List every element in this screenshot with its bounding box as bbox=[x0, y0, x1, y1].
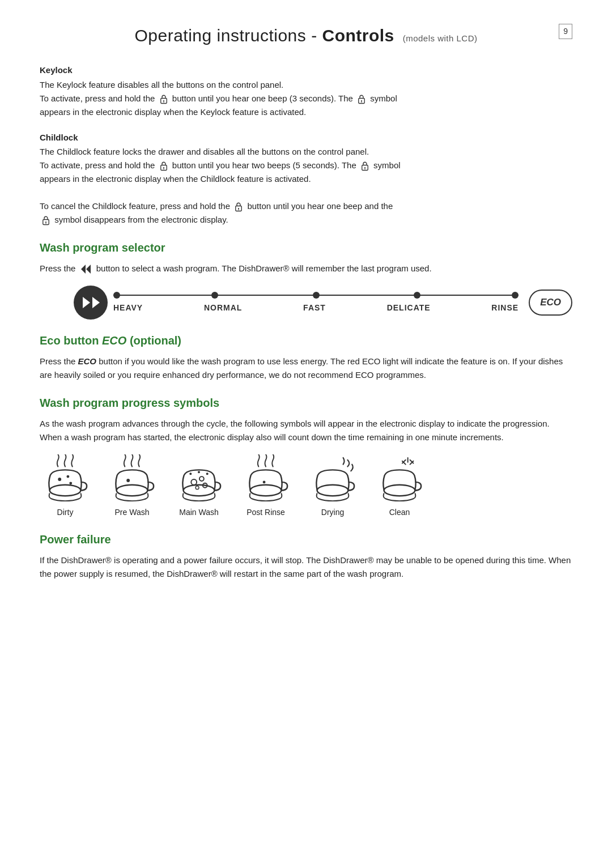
dirty-icon bbox=[40, 454, 90, 504]
svg-point-25 bbox=[126, 479, 130, 482]
clean-icon bbox=[375, 454, 424, 504]
power-failure-body: If the DishDrawer® is operating and a po… bbox=[40, 554, 572, 581]
symbol-dirty: Dirty bbox=[40, 454, 91, 518]
svg-marker-19 bbox=[86, 265, 91, 274]
symbol-mainwash: Main Wash bbox=[173, 454, 224, 518]
page-header: Operating instructions - Controls (model… bbox=[40, 23, 572, 48]
symbol-postrinse: Post Rinse bbox=[240, 454, 291, 518]
childlock-body: The Childlock feature locks the drawer a… bbox=[40, 145, 572, 227]
symbol-drying: Drying bbox=[307, 454, 358, 518]
page-title: Operating instructions - Controls (model… bbox=[134, 23, 477, 48]
symbol-label-postrinse: Post Rinse bbox=[246, 507, 285, 518]
childlock-section: Childlock The Childlock feature locks th… bbox=[40, 131, 572, 227]
wash-program-selector-body: Press the button to select a wash progra… bbox=[40, 262, 572, 275]
keylock-section: Keylock The Keylock feature disables all… bbox=[40, 64, 572, 119]
svg-point-22 bbox=[66, 475, 69, 478]
eco-button-body: Press the ECO button if you would like t… bbox=[40, 355, 572, 382]
lock-icon-3 bbox=[159, 161, 169, 171]
keylock-heading: Keylock bbox=[40, 64, 572, 77]
wash-program-selector-heading: Wash program selector bbox=[40, 239, 572, 256]
eco-button-heading: Eco button ECO (optional) bbox=[40, 332, 572, 349]
eco-inline-label: ECO bbox=[102, 334, 126, 347]
postrinse-icon bbox=[241, 454, 291, 504]
symbol-label-dirty: Dirty bbox=[57, 507, 74, 518]
svg-point-35 bbox=[263, 480, 266, 483]
symbol-prewash: Pre Wash bbox=[107, 454, 158, 518]
svg-point-33 bbox=[206, 473, 209, 475]
wash-selector-diagram: HEAVY NORMAL FAST DELICATE RINSE ECO bbox=[74, 286, 572, 320]
symbol-label-drying: Drying bbox=[321, 507, 344, 518]
childlock-heading: Childlock bbox=[40, 131, 572, 144]
selector-label-heavy: HEAVY bbox=[113, 302, 143, 314]
prewash-icon bbox=[107, 454, 157, 504]
eco-oval: ECO bbox=[529, 290, 572, 316]
mainwash-icon bbox=[174, 454, 224, 504]
svg-point-7 bbox=[163, 167, 164, 168]
svg-point-16 bbox=[45, 222, 46, 223]
selector-line-area: HEAVY NORMAL FAST DELICATE RINSE bbox=[108, 292, 524, 314]
symbol-label-clean: Clean bbox=[389, 507, 410, 518]
lock-icon-5 bbox=[233, 202, 244, 212]
svg-marker-18 bbox=[81, 265, 86, 274]
svg-point-32 bbox=[198, 471, 200, 473]
svg-point-13 bbox=[238, 208, 239, 209]
power-failure-section: Power failure If the DishDrawer® is oper… bbox=[40, 531, 572, 581]
play-button-icon bbox=[74, 286, 108, 320]
svg-point-24 bbox=[117, 485, 148, 496]
progress-symbols-row: Dirty Pre Wash bbox=[40, 454, 572, 518]
wash-progress-section: Wash program progress symbols As the was… bbox=[40, 394, 572, 518]
lock-icon bbox=[159, 94, 169, 104]
svg-point-4 bbox=[361, 100, 362, 101]
double-arrow-icon bbox=[80, 264, 92, 274]
page: US CA Operating instructions - Controls … bbox=[0, 0, 612, 868]
svg-point-36 bbox=[317, 485, 348, 496]
svg-point-23 bbox=[69, 482, 72, 484]
selector-label-delicate: DELICATE bbox=[387, 302, 431, 314]
symbol-clean: Clean bbox=[374, 454, 425, 518]
lock-icon-4 bbox=[360, 161, 370, 171]
eco-bold-label: ECO bbox=[78, 356, 97, 366]
svg-point-30 bbox=[196, 486, 199, 490]
power-failure-heading: Power failure bbox=[40, 531, 572, 548]
symbol-label-prewash: Pre Wash bbox=[115, 507, 150, 518]
svg-point-28 bbox=[199, 476, 204, 481]
selector-label-normal: NORMAL bbox=[204, 302, 242, 314]
svg-point-1 bbox=[163, 100, 164, 101]
selector-label-rinse: RINSE bbox=[491, 302, 518, 314]
svg-point-27 bbox=[191, 479, 197, 485]
wash-program-selector-section: Wash program selector Press the button t… bbox=[40, 239, 572, 320]
eco-button-section: Eco button ECO (optional) Press the ECO … bbox=[40, 332, 572, 382]
lock-icon-6 bbox=[41, 215, 51, 225]
svg-point-34 bbox=[250, 485, 282, 496]
svg-point-37 bbox=[384, 485, 415, 496]
keylock-body: The Keylock feature disables all the but… bbox=[40, 78, 572, 119]
models-text: (models with LCD) bbox=[403, 33, 478, 43]
svg-point-31 bbox=[189, 473, 192, 475]
svg-point-21 bbox=[58, 478, 61, 481]
wash-progress-heading: Wash program progress symbols bbox=[40, 394, 572, 411]
page-number-box: 9 bbox=[559, 24, 572, 39]
lock-icon-2 bbox=[356, 94, 367, 104]
drying-icon bbox=[308, 454, 358, 504]
svg-point-20 bbox=[50, 485, 81, 496]
svg-point-10 bbox=[364, 167, 366, 168]
wash-progress-body: As the wash program advances through the… bbox=[40, 417, 572, 444]
selector-label-fast: FAST bbox=[303, 302, 326, 314]
symbol-label-mainwash: Main Wash bbox=[179, 507, 219, 518]
